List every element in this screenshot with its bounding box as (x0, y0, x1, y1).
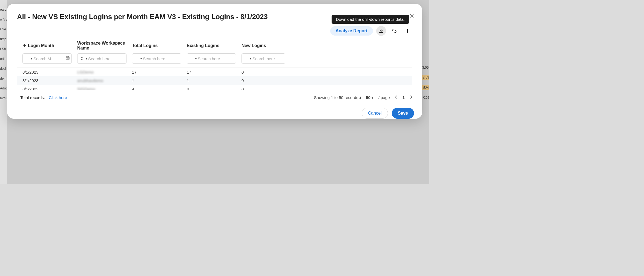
column-header[interactable]: Workspace Workspace Name (77, 41, 132, 51)
column-header-label: Total Logins (132, 43, 158, 48)
calendar-icon[interactable] (65, 56, 70, 61)
column-header[interactable]: New Logins (242, 41, 285, 51)
modal-toolbar: Analyze Report (7, 23, 422, 41)
drilldown-modal: All - New VS Existing Logins per Month E… (7, 4, 422, 119)
table-row[interactable]: 8/1/2023anubhavdemo110 (17, 76, 412, 85)
column-header[interactable]: Login Month (22, 41, 77, 51)
page-size-selector[interactable]: 50 ▾ (366, 95, 373, 100)
download-tooltip: Download the drill-down report's data. (332, 15, 409, 24)
next-page-button[interactable] (410, 95, 412, 100)
filter-input[interactable] (88, 56, 125, 61)
save-button[interactable]: Save (392, 108, 414, 119)
filter-operator[interactable]: = (244, 56, 249, 61)
filter-input[interactable] (252, 56, 283, 61)
download-button[interactable] (376, 26, 386, 36)
chevron-down-icon: ▾ (372, 95, 373, 100)
add-button[interactable] (403, 26, 412, 36)
analyze-report-button[interactable]: Analyze Report (330, 26, 373, 36)
column-header[interactable]: Existing Logins (187, 41, 242, 51)
pager: Showing 1 to 50 record(s) 50 ▾ / page 1 (314, 95, 412, 100)
svg-point-3 (68, 58, 69, 59)
column-header-label: New Logins (242, 43, 266, 48)
current-page: 1 (403, 95, 405, 100)
column-filter[interactable]: =▾ (242, 53, 285, 64)
chevron-down-icon: ▾ (31, 57, 32, 60)
table-row[interactable]: 8/1/2023SIGDemo440 (17, 85, 412, 90)
grid-footer: Total records: Click here Showing 1 to 5… (7, 90, 422, 104)
plus-icon (405, 28, 410, 33)
column-header[interactable]: Total Logins (132, 41, 187, 51)
svg-point-1 (67, 58, 67, 59)
filter-operator[interactable]: = (25, 56, 30, 61)
table-row[interactable]: 8/1/2023LGDemo17170 (17, 68, 412, 76)
cell-login-month: 8/1/2023 (22, 78, 77, 83)
cell-existing-logins: 17 (187, 70, 242, 74)
grid-filter-row: =▾C▾=▾=▾=▾ (17, 51, 412, 68)
undo-button[interactable] (389, 26, 399, 36)
cell-total-logins: 17 (132, 70, 187, 74)
total-records-link[interactable]: Click here (49, 95, 67, 100)
total-records: Total records: Click here (20, 95, 67, 100)
chevron-right-icon (410, 95, 412, 99)
chevron-down-icon: ▾ (140, 57, 142, 60)
cancel-button[interactable]: Cancel (362, 108, 388, 119)
filter-operator[interactable]: = (189, 56, 194, 61)
filter-input[interactable] (198, 56, 234, 61)
sort-asc-icon (22, 44, 26, 48)
cell-workspace-name: SIGDemo (77, 87, 132, 90)
cell-total-logins: 1 (132, 78, 187, 83)
modal-header: All - New VS Existing Logins per Month E… (7, 4, 422, 23)
chevron-down-icon: ▾ (86, 57, 87, 60)
cell-new-logins: 0 (242, 78, 285, 83)
filter-input[interactable] (33, 56, 64, 61)
column-header-label: Existing Logins (187, 43, 219, 48)
filter-operator[interactable]: C (80, 56, 85, 61)
grid-header-row: Login MonthWorkspace Workspace NameTotal… (17, 41, 412, 51)
svg-point-2 (67, 58, 68, 59)
per-page-label: / page (378, 95, 390, 100)
filter-input[interactable] (143, 56, 179, 61)
cell-workspace-name: LGDemo (77, 70, 132, 74)
column-header-label: Workspace Workspace Name (77, 41, 132, 51)
download-icon (379, 28, 384, 33)
column-filter[interactable]: C▾ (77, 53, 127, 64)
close-button[interactable] (408, 12, 416, 20)
cell-new-logins: 0 (242, 87, 285, 90)
prev-page-button[interactable] (395, 95, 398, 100)
data-grid: Login MonthWorkspace Workspace NameTotal… (17, 41, 412, 90)
cell-existing-logins: 1 (187, 78, 242, 83)
page-size-value: 50 (366, 95, 370, 100)
cell-total-logins: 4 (132, 87, 187, 90)
grid-body: 8/1/2023LGDemo171708/1/2023anubhavdemo11… (17, 68, 412, 90)
showing-range: Showing 1 to 50 record(s) (314, 95, 361, 100)
close-icon (410, 14, 414, 18)
chevron-left-icon (395, 95, 398, 99)
cell-login-month: 8/1/2023 (22, 70, 77, 74)
cell-existing-logins: 4 (187, 87, 242, 90)
cell-login-month: 8/1/2023 (22, 87, 77, 90)
column-filter[interactable]: =▾ (187, 53, 236, 64)
column-filter[interactable]: =▾ (22, 53, 72, 64)
column-filter[interactable]: =▾ (132, 53, 181, 64)
chevron-down-icon: ▾ (250, 57, 251, 60)
grid-area: Login MonthWorkspace Workspace NameTotal… (7, 41, 422, 90)
total-records-label: Total records: (20, 95, 45, 100)
cell-workspace-name: anubhavdemo (77, 78, 132, 83)
filter-operator[interactable]: = (134, 56, 139, 61)
undo-icon (392, 28, 397, 33)
cell-new-logins: 0 (242, 70, 285, 74)
column-header-label: Login Month (28, 43, 54, 48)
modal-footer: Cancel Save (7, 104, 422, 119)
chevron-down-icon: ▾ (195, 57, 197, 60)
